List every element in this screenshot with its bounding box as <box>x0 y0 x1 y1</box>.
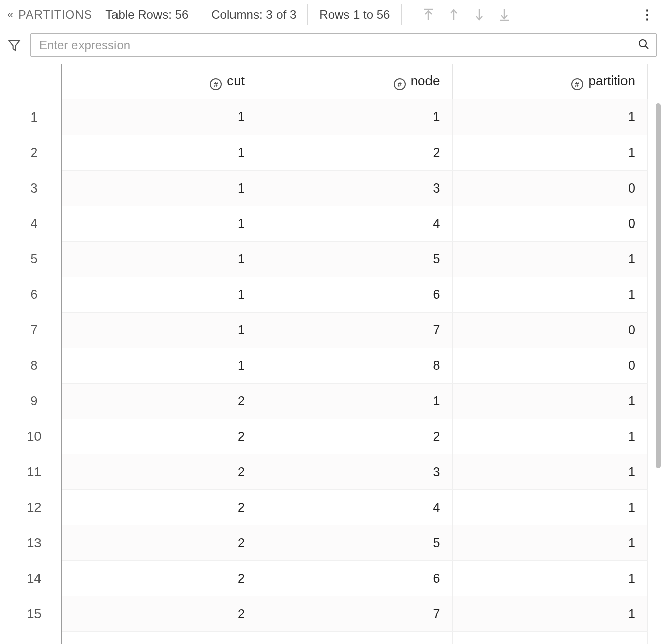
cell-partition[interactable]: 0 <box>452 631 648 644</box>
table-row[interactable]: 6161 <box>7 277 648 312</box>
cell-partition[interactable]: 1 <box>452 419 648 454</box>
cell-cut[interactable]: 1 <box>62 241 257 277</box>
cell-partition[interactable]: 1 <box>452 489 648 525</box>
row-number[interactable]: 2 <box>7 135 62 170</box>
cell-partition[interactable]: 0 <box>452 170 648 206</box>
divider <box>401 4 402 25</box>
cell-node[interactable]: 8 <box>257 631 453 644</box>
row-number[interactable]: 4 <box>7 206 62 241</box>
table-row[interactable]: 4140 <box>7 206 648 241</box>
column-header-partition[interactable]: #partition <box>452 64 648 99</box>
cell-cut[interactable]: 1 <box>62 348 257 383</box>
table-row[interactable]: 13251 <box>7 525 648 560</box>
prev-row-icon[interactable] <box>448 8 459 21</box>
scrollbar-thumb[interactable] <box>656 103 661 468</box>
row-number[interactable]: 14 <box>7 560 62 596</box>
svg-line-8 <box>645 46 648 49</box>
row-number[interactable]: 10 <box>7 419 62 454</box>
vertical-scrollbar[interactable] <box>656 103 661 468</box>
cell-node[interactable]: 3 <box>257 170 453 206</box>
next-row-icon[interactable] <box>474 8 485 21</box>
table-row[interactable]: 10221 <box>7 419 648 454</box>
cell-node[interactable]: 3 <box>257 454 453 489</box>
cell-partition[interactable]: 1 <box>452 135 648 170</box>
row-number[interactable]: 1 <box>7 99 62 135</box>
row-number[interactable]: 13 <box>7 525 62 560</box>
cell-node[interactable]: 7 <box>257 596 453 631</box>
cell-partition[interactable]: 1 <box>452 596 648 631</box>
table-row[interactable]: 15271 <box>7 596 648 631</box>
cell-partition[interactable]: 1 <box>452 560 648 596</box>
cell-cut[interactable]: 2 <box>62 560 257 596</box>
table-row[interactable]: 12241 <box>7 489 648 525</box>
header-row: #cut #node #partition <box>7 64 648 99</box>
table-row[interactable]: 2121 <box>7 135 648 170</box>
row-number[interactable]: 6 <box>7 277 62 312</box>
row-number[interactable]: 3 <box>7 170 62 206</box>
cell-cut[interactable]: 1 <box>62 206 257 241</box>
cell-cut[interactable]: 2 <box>62 596 257 631</box>
row-number[interactable]: 8 <box>7 348 62 383</box>
cell-partition[interactable]: 1 <box>452 454 648 489</box>
table-row[interactable]: 5151 <box>7 241 648 277</box>
search-icon[interactable] <box>638 38 650 52</box>
cell-node[interactable]: 2 <box>257 419 453 454</box>
cell-node[interactable]: 8 <box>257 348 453 383</box>
table-row[interactable]: 9211 <box>7 383 648 419</box>
cell-node[interactable]: 2 <box>257 135 453 170</box>
cell-cut[interactable]: 1 <box>62 135 257 170</box>
cell-cut[interactable]: 2 <box>62 489 257 525</box>
cell-cut[interactable]: 2 <box>62 525 257 560</box>
cell-partition[interactable]: 1 <box>452 277 648 312</box>
table-row[interactable]: 16280 <box>7 631 648 644</box>
cell-partition[interactable]: 0 <box>452 206 648 241</box>
table-row[interactable]: 14261 <box>7 560 648 596</box>
table-row[interactable]: 8180 <box>7 348 648 383</box>
table-row[interactable]: 11231 <box>7 454 648 489</box>
cell-partition[interactable]: 1 <box>452 525 648 560</box>
cell-partition[interactable]: 1 <box>452 99 648 135</box>
row-number[interactable]: 9 <box>7 383 62 419</box>
cell-node[interactable]: 6 <box>257 560 453 596</box>
cell-cut[interactable]: 1 <box>62 170 257 206</box>
data-table: #cut #node #partition 111121213130414051… <box>7 64 648 644</box>
cell-node[interactable]: 4 <box>257 489 453 525</box>
cell-cut[interactable]: 2 <box>62 631 257 644</box>
row-number[interactable]: 5 <box>7 241 62 277</box>
numeric-type-icon: # <box>210 78 222 90</box>
table-row[interactable]: 3130 <box>7 170 648 206</box>
cell-partition[interactable]: 1 <box>452 383 648 419</box>
cell-node[interactable]: 5 <box>257 525 453 560</box>
row-number[interactable]: 7 <box>7 312 62 348</box>
column-header-cut[interactable]: #cut <box>62 64 257 99</box>
cell-partition[interactable]: 1 <box>452 241 648 277</box>
toolbar: « PARTITIONS Table Rows: 56 Columns: 3 o… <box>0 0 664 29</box>
row-number[interactable]: 16 <box>7 631 62 644</box>
back-icon[interactable]: « <box>7 8 11 21</box>
cell-node[interactable]: 6 <box>257 277 453 312</box>
cell-node[interactable]: 1 <box>257 99 453 135</box>
cell-cut[interactable]: 1 <box>62 312 257 348</box>
row-number[interactable]: 11 <box>7 454 62 489</box>
cell-node[interactable]: 4 <box>257 206 453 241</box>
table-row[interactable]: 1111 <box>7 99 648 135</box>
more-options-icon[interactable]: ⋮ <box>641 7 657 23</box>
table-row[interactable]: 7170 <box>7 312 648 348</box>
cell-cut[interactable]: 2 <box>62 419 257 454</box>
cell-cut[interactable]: 2 <box>62 383 257 419</box>
row-number[interactable]: 12 <box>7 489 62 525</box>
row-number[interactable]: 15 <box>7 596 62 631</box>
column-header-node[interactable]: #node <box>257 64 453 99</box>
cell-node[interactable]: 5 <box>257 241 453 277</box>
cell-partition[interactable]: 0 <box>452 312 648 348</box>
cell-node[interactable]: 7 <box>257 312 453 348</box>
cell-cut[interactable]: 2 <box>62 454 257 489</box>
cell-cut[interactable]: 1 <box>62 99 257 135</box>
cell-node[interactable]: 1 <box>257 383 453 419</box>
filter-icon[interactable] <box>7 38 21 52</box>
cell-cut[interactable]: 1 <box>62 277 257 312</box>
filter-input[interactable] <box>30 33 657 57</box>
last-row-icon[interactable] <box>499 8 510 21</box>
cell-partition[interactable]: 0 <box>452 348 648 383</box>
first-row-icon[interactable] <box>423 8 434 21</box>
